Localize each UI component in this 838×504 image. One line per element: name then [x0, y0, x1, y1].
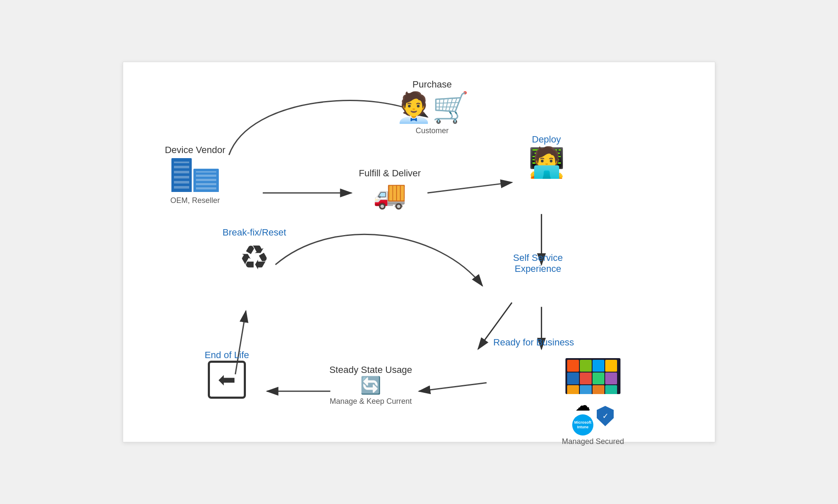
end-of-life-node: End of Life ⬅	[189, 350, 265, 399]
break-fix-label: Break-fix/Reset	[223, 227, 286, 238]
deploy-label: Deploy	[532, 134, 561, 145]
device-vendor-node: Device Vendor OEM, Reseller	[149, 145, 242, 205]
customer-label: Customer	[416, 126, 449, 135]
diagram-container: Purchase 🧑‍💼🛒 Customer Device Vendor OEM…	[123, 62, 715, 442]
end-of-life-label: End of Life	[204, 350, 249, 361]
self-service-label: Self Service	[513, 252, 562, 263]
manage-current-label: Manage & Keep Current	[330, 397, 412, 406]
self-service-label2: Experience	[515, 263, 561, 274]
ready-for-business-node: Ready for Business	[479, 337, 589, 348]
svg-line-3	[427, 182, 512, 193]
recycle-icon: ♻	[239, 238, 270, 277]
steady-state-label: Steady State Usage	[329, 364, 412, 375]
purchase-node: Purchase 🧑‍💼🛒 Customer	[394, 79, 470, 135]
windows-screen	[565, 358, 620, 394]
managed-secured-node: ☁ MicrosoftIntune ✓ Managed Secured	[546, 358, 640, 446]
svg-line-7	[419, 383, 487, 391]
device-vendor-label: Device Vendor	[165, 145, 225, 156]
steady-state-node: Steady State Usage 🔄 Manage & Keep Curre…	[318, 364, 424, 406]
deploy-icon: 🧑‍💻	[528, 145, 565, 180]
deploy-node: Deploy 🧑‍💻	[508, 134, 584, 180]
shield-icon: ✓	[597, 406, 614, 426]
intune-badge: MicrosoftIntune	[572, 414, 593, 436]
ready-for-business-label: Ready for Business	[493, 337, 574, 348]
truck-icon: 🚚	[373, 179, 407, 211]
managed-secured-label: Managed Secured	[562, 437, 624, 446]
exit-icon: ⬅	[208, 361, 246, 399]
oem-reseller-label: OEM, Reseller	[170, 196, 220, 205]
sync-icon: 🔄	[360, 375, 381, 395]
self-service-node: Self Service Experience	[491, 252, 584, 274]
purchase-icon: 🧑‍💼🛒	[395, 93, 469, 122]
purchase-label: Purchase	[413, 79, 452, 90]
break-fix-node: Break-fix/Reset ♻	[208, 227, 301, 277]
cloud-shield-row: ☁ MicrosoftIntune ✓	[572, 397, 614, 436]
building-icon	[171, 158, 219, 192]
fulfill-label: Fulfill & Deliver	[359, 168, 421, 179]
fulfill-node: Fulfill & Deliver 🚚	[347, 168, 432, 211]
cloud-icon: ☁	[575, 397, 590, 414]
